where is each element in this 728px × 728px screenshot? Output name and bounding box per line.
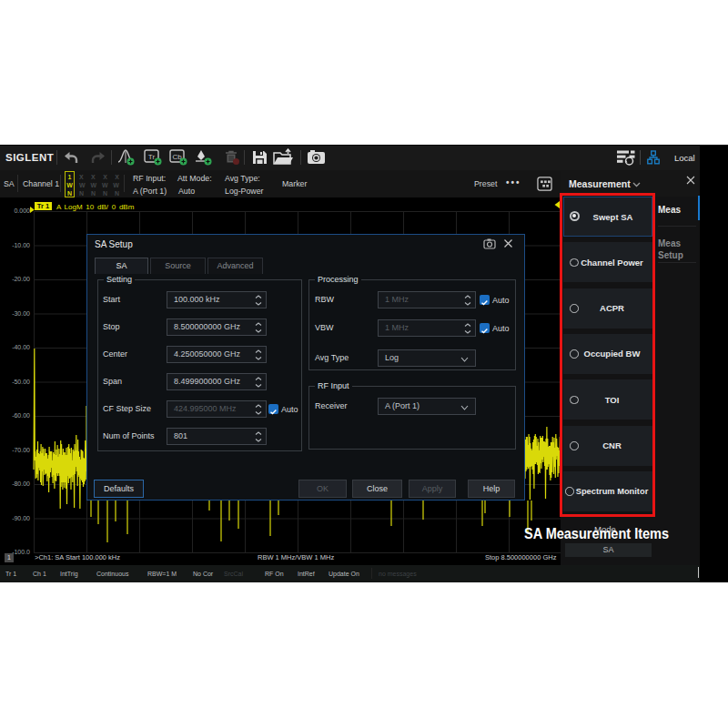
svg-text:Tr: Tr <box>148 153 156 161</box>
